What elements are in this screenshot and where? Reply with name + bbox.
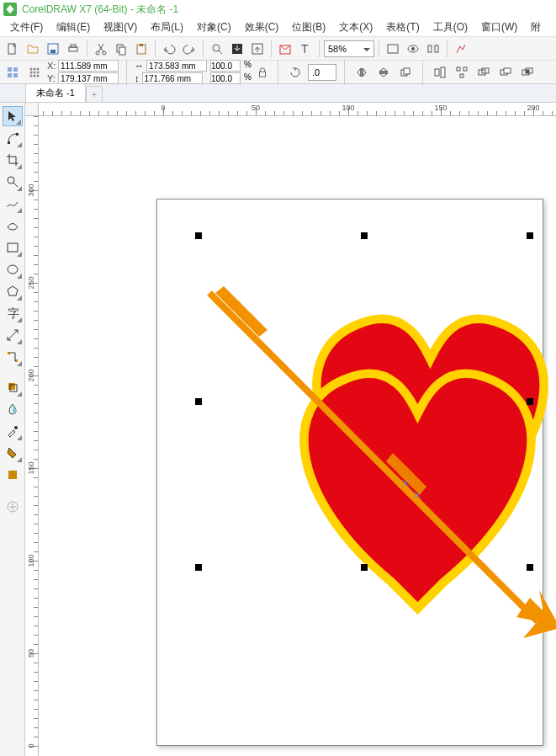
- sel-handle-mr[interactable]: [527, 398, 533, 405]
- sel-handle-tm[interactable]: [361, 232, 368, 239]
- separator: [447, 40, 447, 57]
- intersect-button[interactable]: [518, 63, 537, 82]
- ruler-origin[interactable]: [25, 103, 39, 116]
- publish-button[interactable]: [276, 40, 294, 58]
- menu-tools[interactable]: 工具(O): [426, 19, 474, 36]
- svg-rect-36: [404, 68, 410, 74]
- preview-button[interactable]: [404, 40, 422, 58]
- pick-tool[interactable]: [3, 106, 23, 126]
- launch-button[interactable]: [452, 40, 470, 58]
- rectangle-tool[interactable]: [3, 237, 23, 258]
- freehand-tool[interactable]: [3, 194, 23, 214]
- y-position-input[interactable]: [58, 72, 119, 84]
- x-position-input[interactable]: [58, 60, 119, 72]
- menu-file[interactable]: 文件(F): [3, 19, 50, 36]
- menu-view[interactable]: 视图(V): [97, 19, 144, 36]
- quick-customize-button[interactable]: [3, 497, 23, 517]
- shape-tool[interactable]: [3, 128, 23, 148]
- menu-help[interactable]: 附: [524, 19, 548, 36]
- drop-shadow-tool[interactable]: [3, 377, 23, 397]
- save-button[interactable]: [44, 40, 62, 58]
- menu-edit[interactable]: 编辑(E): [50, 19, 97, 36]
- ellipse-tool[interactable]: [3, 259, 23, 280]
- menu-table[interactable]: 表格(T): [379, 19, 426, 36]
- separator: [278, 60, 278, 85]
- sel-handle-ml[interactable]: [195, 398, 202, 405]
- smart-fill-tool[interactable]: [3, 465, 23, 485]
- connector-tool[interactable]: [3, 347, 23, 367]
- title-bar: CorelDRAW X7 (64-Bit) - 未命名 -1: [0, 0, 556, 19]
- weld-button[interactable]: [474, 63, 493, 82]
- paste-button[interactable]: [132, 40, 151, 58]
- grid-button[interactable]: [25, 63, 44, 82]
- print-button[interactable]: [64, 40, 82, 58]
- eyedropper-tool[interactable]: [3, 421, 23, 441]
- fullscreen-button[interactable]: [384, 40, 402, 58]
- mirror-v-button[interactable]: [374, 63, 393, 82]
- menu-bar: 文件(F) 编辑(E) 视图(V) 布局(L) 对象(C) 效果(C) 位图(B…: [0, 19, 556, 37]
- menu-arrange[interactable]: 对象(C): [190, 19, 238, 36]
- sel-handle-br[interactable]: [527, 564, 533, 571]
- artistic-media-tool[interactable]: [3, 216, 23, 236]
- new-button[interactable]: [3, 40, 22, 58]
- add-document-tab[interactable]: +: [86, 86, 103, 102]
- menu-bitmap[interactable]: 位图(B): [285, 19, 332, 36]
- document-tab[interactable]: 未命名 -1: [25, 83, 86, 102]
- scale-x-input[interactable]: [210, 60, 241, 72]
- menu-layout[interactable]: 布局(L): [144, 19, 190, 36]
- zoom-tool[interactable]: [3, 172, 23, 192]
- sel-handle-tl[interactable]: [195, 232, 202, 239]
- sel-handle-bm[interactable]: [361, 564, 368, 571]
- width-input[interactable]: [146, 60, 207, 72]
- text-button[interactable]: T: [296, 40, 315, 58]
- zoom-level-combo[interactable]: 58%: [324, 40, 374, 57]
- import-button[interactable]: [228, 40, 246, 58]
- polygon-tool[interactable]: [3, 281, 23, 301]
- svg-rect-60: [8, 471, 17, 479]
- lock-ratio-button[interactable]: [255, 63, 270, 82]
- rotation-input[interactable]: [308, 64, 336, 81]
- canvas-area: 050100150200 050100150200250300: [25, 103, 556, 756]
- svg-rect-8: [119, 47, 125, 55]
- trim-button[interactable]: [496, 63, 515, 82]
- svg-point-51: [8, 177, 14, 184]
- distribute-button[interactable]: [453, 63, 471, 82]
- text-tool[interactable]: 字: [3, 303, 23, 323]
- options-button[interactable]: [424, 40, 442, 58]
- presets-button[interactable]: [3, 63, 22, 82]
- export-button[interactable]: [248, 40, 267, 58]
- copy-button[interactable]: [112, 40, 130, 58]
- interactive-fill-tool[interactable]: [3, 443, 23, 463]
- crop-tool[interactable]: [3, 150, 23, 170]
- svg-rect-57: [8, 383, 15, 390]
- menu-window[interactable]: 窗口(W): [474, 19, 524, 36]
- open-button[interactable]: [24, 40, 42, 58]
- scale-y-input[interactable]: [210, 72, 241, 84]
- cut-button[interactable]: [92, 40, 110, 58]
- arrange-button[interactable]: [396, 63, 415, 82]
- svg-rect-24: [13, 73, 18, 77]
- height-input[interactable]: [142, 72, 203, 84]
- sel-handle-tr[interactable]: [527, 232, 533, 239]
- svg-point-29: [34, 71, 36, 73]
- undo-button[interactable]: [160, 40, 178, 58]
- menu-effects[interactable]: 效果(C): [238, 19, 286, 36]
- artwork-hearts-arrow[interactable]: [197, 285, 556, 663]
- mirror-h-button[interactable]: [352, 63, 371, 82]
- dimension-tool[interactable]: [3, 325, 23, 345]
- svg-point-28: [30, 71, 33, 73]
- sel-handle-bl[interactable]: [195, 564, 202, 571]
- align-button[interactable]: [431, 63, 449, 82]
- vertical-ruler[interactable]: 050100150200250300: [25, 116, 39, 756]
- percent-labels: % %: [244, 60, 252, 84]
- horizontal-ruler[interactable]: 050100150200: [39, 103, 556, 116]
- svg-point-6: [103, 51, 106, 55]
- rotate-icon: [286, 63, 304, 82]
- separator: [344, 60, 345, 85]
- drawing-canvas[interactable]: [39, 116, 556, 756]
- redo-button[interactable]: [180, 40, 199, 58]
- transparency-tool[interactable]: [3, 399, 23, 419]
- search-button[interactable]: [208, 40, 226, 58]
- svg-point-53: [8, 265, 18, 274]
- menu-text[interactable]: 文本(X): [332, 19, 379, 36]
